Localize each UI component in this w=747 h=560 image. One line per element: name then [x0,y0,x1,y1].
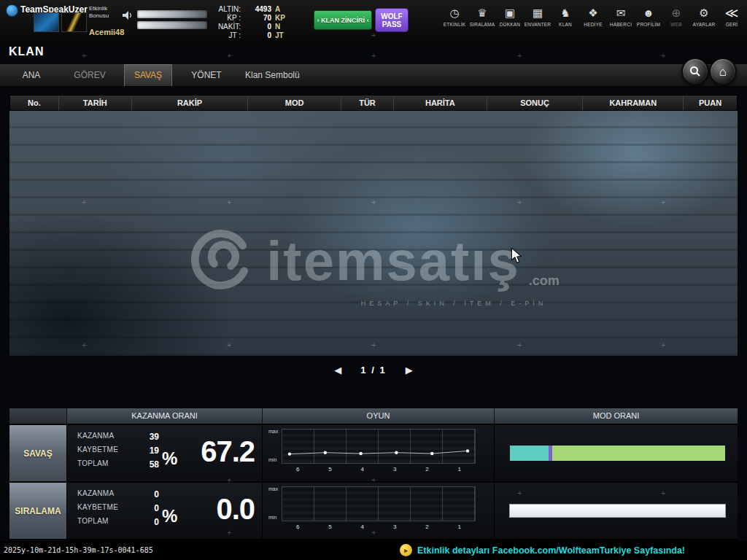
itemsatis-watermark: itemsatış .com HESAP / SKIN / İTEM / E-P… [9,226,738,307]
page-title: KLAN [9,45,44,58]
match-list-area: itemsatış .com HESAP / SKIN / İTEM / E-P… [9,111,738,356]
axis-label: 5 [328,466,331,472]
person-icon: ☻ [635,5,662,21]
bottom-bar: 2025y-10m-21d-15h-39m-17s-0041-685 ▸ Etk… [0,541,747,560]
xp-bar [137,10,207,18]
resource-label: JT : [207,31,241,40]
envelope-icon: ✉ [607,5,635,21]
home-button[interactable]: ⌂ [709,58,737,85]
winrate-cell-savas: KAZANMA39 KAYBETME19 TOPLAM58 % 67.2 [67,425,263,481]
stat-value: 0 [134,503,159,513]
stat-value: 58 [134,459,159,470]
plus-mark: + [661,51,665,60]
plus-mark: + [517,51,522,60]
header-kazanma-orani: KAZANMA ORANI [67,408,263,424]
itemsatis-logo-icon [187,226,258,296]
notice-icon: ▸ [400,544,412,556]
next-page-button[interactable]: ▶ [406,365,413,376]
menu-item-siralama[interactable]: ♛SIRALAMA [468,5,496,27]
stats-row-savas: SAVAŞ KAZANMA39 KAYBETME19 TOPLAM58 % 67… [9,425,738,481]
klan-zinciri-button[interactable]: › KLAN ZİNCİRİ ‹ [314,10,372,30]
column-header-sonuc: SONUÇ [487,96,584,110]
column-header-kahraman: KAHRAMAN [583,96,684,110]
clock-icon: ◷ [441,5,468,21]
resource-value: 0 [241,31,271,40]
tab-yonet[interactable]: YÖNET [182,64,231,86]
resource-value: 70 [241,14,271,23]
session-timestamp: 2025y-10m-21d-15h-39m-17s-0041-685 [4,546,153,554]
menu-item-hediye[interactable]: ❖HEDİYE [579,5,607,27]
search-button[interactable] [681,58,709,85]
menu-item-haberci[interactable]: ✉HABERCİ [607,5,635,27]
resource-value: 4493 [241,5,271,14]
resource-stat-row: JT :0JT [207,31,305,40]
menu-item-label: SIRALAMA [468,22,496,27]
menu-item-envanter[interactable]: ▦ENVANTER [524,5,551,27]
resource-unit: N [271,23,293,31]
axis-label: 2 [425,466,428,472]
column-header-harita: HARİTA [394,96,487,110]
event-notice: ▸ Etkinlik detayları Facebook.com/Wolfte… [400,544,685,556]
stats-row-siralama: SIRALAMA KAZANMA0 KAYBETME0 TOPLAM0 % 0.… [9,483,738,539]
plus-mark: + [371,51,376,60]
watermark-tagline: HESAP / SKIN / İTEM / E-PİN [170,300,738,307]
menu-item-dukkan[interactable]: ▣DÜKKAN [496,5,524,27]
tab-bar-tabs: ANAGÖREVSAVAŞYÖNETKlan Sembolü [0,64,747,86]
winrate-percent-siralama: 0.0 [216,493,255,526]
tab-bar: ANAGÖREVSAVAŞYÖNETKlan Sembolü [0,64,747,88]
stats-panel: KAZANMA ORANI OYUN MOD ORANI SAVAŞ KAZAN… [9,408,738,540]
player-rank: Acemii48 [89,28,124,36]
watermark-brand: itemsatış [266,236,520,286]
teamspeak-avatar[interactable] [34,12,59,32]
stat-label: KAYBETME [77,503,134,513]
menu-item-profilim[interactable]: ☻PROFİLİM [635,5,662,27]
wolf-pass-line2: PASS [382,20,402,28]
header-spacer [9,408,67,424]
chevrons-left-icon: ≪ [718,5,746,21]
clan-emblem-avatar[interactable] [61,12,87,32]
watermark-suffix: .com [529,273,560,289]
axis-label: 4 [361,524,364,530]
wolf-pass-badge[interactable]: WOLF PASS [375,8,409,32]
page-separator: / [371,365,376,376]
mod-ratio-bar-siralama [509,504,726,518]
axis-label: 4 [361,466,364,472]
stat-value: 39 [134,432,159,442]
axis-label: 5 [328,524,331,530]
plus-mark: + [227,51,231,60]
resource-label: KP : [207,14,241,23]
savas-history-chart [282,429,476,464]
tab-klan-sembolu[interactable]: Klan Sembolü [241,64,304,86]
event-notice-text: Etkinlik detayları Facebook.com/Wolfteam… [417,545,685,556]
wolfteam-client: TeamSpeakUzer Etkinlik Bonusu Acemii48 A… [0,0,747,560]
menu-item-label: ETKİNLİK [441,22,468,27]
column-header-tur: TÜR [341,96,394,110]
level-bar [137,21,207,29]
stat-label: KAZANMA [77,489,134,499]
page-current: 1 [360,365,367,376]
chart-min-label: min [268,457,276,462]
resource-value: 0 [241,23,271,31]
stats-panel-header: KAZANMA ORANI OYUN MOD ORANI [9,408,738,424]
menu-item-etkinlik[interactable]: ◷ETKİNLİK [441,5,468,27]
event-bonus-label: Etkinlik Bonusu [89,5,123,20]
menu-item-ayarlar[interactable]: ⚙AYARLAR [690,5,718,27]
axis-label: 3 [393,466,396,472]
siralama-history-chart [282,486,476,521]
crown-icon: ♛ [468,5,496,21]
axis-label: 6 [296,466,299,472]
tab-ana[interactable]: ANA [7,64,55,86]
menu-item-label: AYARLAR [690,22,718,27]
column-header-mod: MOD [248,96,341,110]
stat-label: KAZANMA [77,432,134,442]
menu-item-web[interactable]: ⊕WEB [662,5,690,27]
chart-axis-siralama: 654321 [282,524,476,530]
tab-savas[interactable]: SAVAŞ [124,64,172,86]
winrate-percent-savas: 67.2 [201,435,255,468]
prev-page-button[interactable]: ◀ [334,365,341,376]
menu-item-klan[interactable]: ♞KLAN [551,5,579,27]
chart-axis-savas: 654321 [282,466,476,472]
tab-gorev[interactable]: GÖREV [66,64,114,86]
menu-item-geri[interactable]: ≪GERİ [718,5,746,27]
inventory-grid-icon: ▦ [524,5,551,21]
